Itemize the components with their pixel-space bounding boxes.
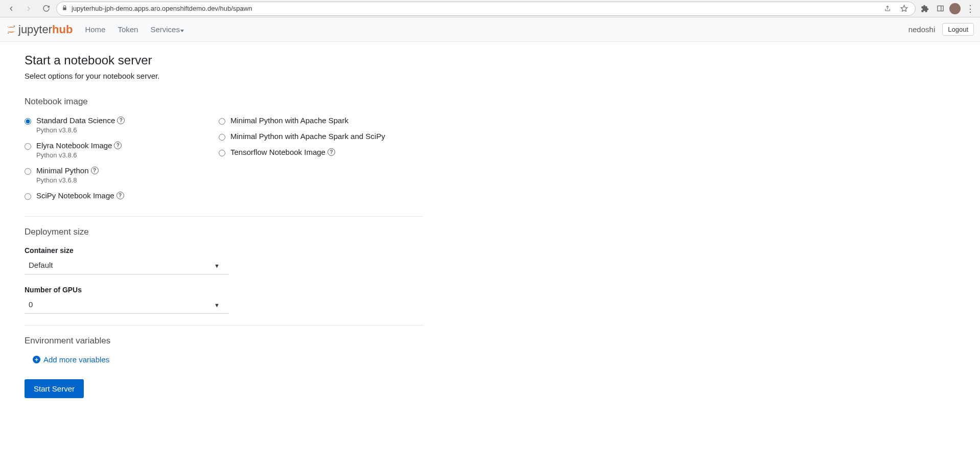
notebook-image-option[interactable]: Tensorflow Notebook Image? [219,148,403,156]
profile-avatar[interactable] [949,3,961,14]
chevron-down-icon: ▾ [180,28,184,33]
jupyter-icon [6,25,16,35]
start-server-button[interactable]: Start Server [25,379,84,398]
notebook-image-label: Minimal Python with Apache Spark [230,116,348,125]
svg-marker-0 [901,5,907,11]
notebook-image-radio[interactable] [25,143,31,150]
gpu-count-select[interactable]: 0 ▼ [25,297,229,314]
notebook-image-option[interactable]: Elyra Notebook Image?Python v3.8.6 [25,141,208,159]
username-display: nedoshi [908,25,936,34]
notebook-image-radio[interactable] [219,134,225,141]
page-subtitle: Select options for your notebook server. [25,72,384,80]
svg-point-3 [14,26,15,27]
notebook-image-option[interactable]: Minimal Python with Apache Spark and Sci… [219,132,403,141]
notebook-image-option[interactable]: Minimal Python?Python v3.6.8 [25,166,208,184]
section-deployment-size: Deployment size [25,227,384,237]
notebook-image-label: Minimal Python? [36,166,99,175]
section-env-vars: Environment variables [25,336,384,346]
notebook-image-label: SciPy Notebook Image? [36,191,124,200]
svg-point-5 [8,26,9,27]
logo-text-hub: hub [52,23,73,36]
section-notebook-image: Notebook image [25,97,384,107]
notebook-image-option[interactable]: Minimal Python with Apache Spark [219,116,403,125]
back-button[interactable] [4,2,18,16]
address-bar[interactable]: jupyterhub-jph-demo.apps.aro.openshiftde… [56,2,916,16]
svg-point-4 [8,32,9,33]
container-size-value: Default [29,261,53,269]
nav-services[interactable]: Services▾ [144,21,190,38]
help-icon[interactable]: ? [328,148,335,156]
notebook-image-sublabel: Python v3.6.8 [36,176,99,184]
chevron-down-icon: ▼ [214,302,220,308]
notebook-image-radio[interactable] [219,150,225,156]
notebook-image-label: Tensorflow Notebook Image? [230,148,335,156]
divider [25,325,423,326]
app-navbar: jupyterhub Home Token Services▾ nedoshi … [0,17,980,42]
forward-button[interactable] [21,2,36,16]
page-title: Start a notebook server [25,53,384,67]
logo-text-jupyter: jupyter [18,23,52,36]
logout-button[interactable]: Logout [942,23,974,36]
gpu-count-value: 0 [29,300,33,309]
notebook-image-label: Standard Data Science? [36,116,125,125]
help-icon[interactable]: ? [91,167,99,174]
notebook-image-radio[interactable] [25,193,31,200]
help-icon[interactable]: ? [117,117,125,124]
notebook-image-radio[interactable] [219,118,225,125]
plus-icon: + [33,356,40,363]
notebook-image-option[interactable]: SciPy Notebook Image? [25,191,208,200]
notebook-image-label: Elyra Notebook Image? [36,141,122,150]
nav-services-label: Services [150,25,180,34]
gpu-count-label: Number of GPUs [25,286,384,294]
chrome-menu-icon[interactable]: ⋮ [964,3,976,15]
reload-button[interactable] [39,2,53,16]
divider [25,216,423,217]
chevron-down-icon: ▼ [214,263,220,269]
notebook-image-label: Minimal Python with Apache Spark and Sci… [230,132,385,141]
notebook-image-sublabel: Python v3.8.6 [36,126,125,134]
main-content: Start a notebook server Select options f… [0,42,409,409]
jupyterhub-logo[interactable]: jupyterhub [6,23,73,36]
share-icon[interactable] [881,3,894,15]
svg-rect-1 [937,6,943,11]
add-variables-label: Add more variables [43,355,109,364]
container-size-select[interactable]: Default ▼ [25,258,229,274]
lock-icon [62,5,67,12]
help-icon[interactable]: ? [114,142,122,149]
help-icon[interactable]: ? [116,192,124,199]
browser-toolbar: jupyterhub-jph-demo.apps.aro.openshiftde… [0,0,980,17]
extensions-icon[interactable] [919,3,931,15]
url-text: jupyterhub-jph-demo.apps.aro.openshiftde… [72,5,877,12]
add-variables-button[interactable]: + Add more variables [33,355,384,364]
notebook-image-radio[interactable] [25,168,31,175]
panel-icon[interactable] [934,3,946,15]
star-icon[interactable] [898,3,910,15]
container-size-label: Container size [25,246,384,255]
nav-home[interactable]: Home [79,21,111,38]
notebook-image-option[interactable]: Standard Data Science?Python v3.8.6 [25,116,208,134]
notebook-image-sublabel: Python v3.8.6 [36,151,122,159]
nav-token[interactable]: Token [111,21,144,38]
notebook-image-radio[interactable] [25,118,31,125]
